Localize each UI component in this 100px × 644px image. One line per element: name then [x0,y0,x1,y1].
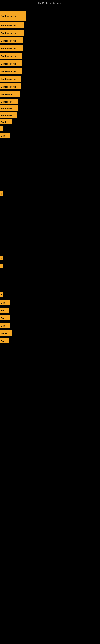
bottleneck-item: Bottleneck res [0,76,21,82]
bottleneck-item: Bott [0,323,10,328]
bottleneck-item: B [0,256,3,260]
bottleneck-item: Bottleneck res [0,38,23,44]
bottleneck-item: Bott [0,133,10,138]
bottleneck-item: Bottleneck res [0,53,22,59]
bottleneck-item: Bott [0,315,10,320]
bottleneck-item: Bottleneck res [0,60,22,66]
bottleneck-item: Bottleneck res [0,22,24,28]
site-title: TheBottlenecker.com [0,2,100,5]
bottleneck-item: B [0,292,3,297]
bottleneck-item: Bottleneck [0,112,17,118]
bottleneck-item: Bottleneck [0,98,18,104]
bottleneck-item: Bottleneck res [0,83,21,89]
bottleneck-item: Bottleneck [0,106,18,111]
bottleneck-item: Bottle [0,330,12,336]
bottleneck-item: Bottleneck res [0,11,26,20]
bottleneck-item: Bottleneck res [0,68,22,74]
bottleneck-item: Bottle [0,119,12,124]
bottleneck-item: Bottleneck res [0,30,24,36]
bottleneck-item: Bottleneck res [0,45,23,51]
bottleneck-item [0,126,3,131]
bottleneck-item: Bo [0,308,9,313]
bottleneck-item: B [0,191,3,196]
bottleneck-item: Bott [0,300,10,305]
bottleneck-item [0,264,3,268]
bottleneck-item: Bo [0,338,9,343]
bottleneck-item: Bottleneck r [0,91,20,97]
